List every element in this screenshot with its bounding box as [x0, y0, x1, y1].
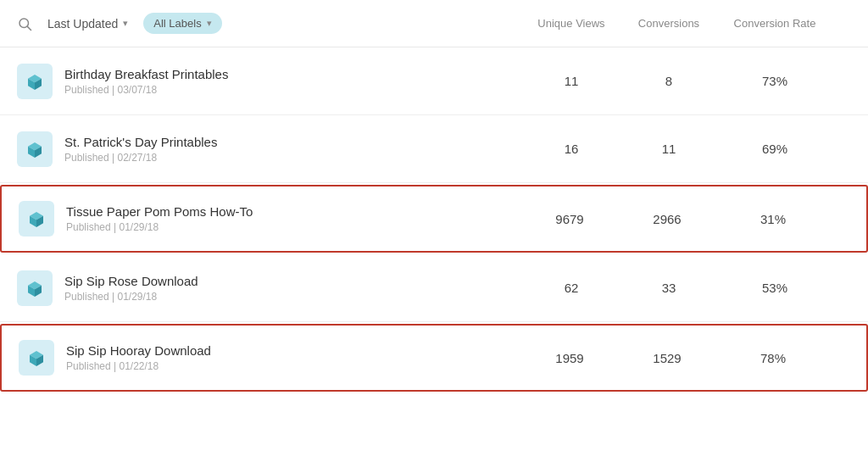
last-updated-label: Last Updated [47, 17, 118, 31]
row-right: 1959 1529 78% [519, 351, 849, 365]
cell-unique-views: 1959 [519, 351, 620, 365]
item-info: Sip Sip Rose Download Published | 01/29/… [64, 274, 198, 303]
cell-conversion-rate: 53% [715, 281, 834, 295]
chevron-down-icon: ▾ [123, 18, 128, 29]
svg-line-1 [27, 26, 31, 30]
cell-unique-views: 11 [520, 74, 622, 88]
list-item[interactable]: Tissue Paper Pom Poms How-To Published |… [0, 185, 868, 253]
cell-conversion-rate: 78% [714, 351, 832, 365]
content-list: Birthday Breakfast Printables Published … [0, 47, 868, 392]
column-header-unique-views: Unique Views [520, 17, 622, 30]
cell-conversions: 2966 [620, 212, 714, 226]
row-right: 9679 2966 31% [519, 212, 849, 226]
row-right: 16 11 69% [520, 142, 851, 156]
item-meta: Published | 02/27/18 [64, 152, 217, 164]
all-labels-label: All Labels [153, 17, 201, 30]
toolbar: Last Updated ▾ All Labels ▾ Unique Views… [0, 0, 868, 47]
item-icon [17, 131, 53, 167]
row-left: Tissue Paper Pom Poms How-To Published |… [19, 201, 519, 237]
list-item[interactable]: Sip Sip Hooray Download Published | 01/2… [0, 324, 868, 392]
item-meta: Published | 01/22/18 [66, 360, 211, 372]
item-icon [17, 64, 53, 99]
row-left: Sip Sip Hooray Download Published | 01/2… [19, 340, 519, 376]
item-info: Birthday Breakfast Printables Published … [64, 67, 228, 96]
cell-conversions: 33 [622, 281, 715, 295]
column-header-conversion-rate: Conversion Rate [715, 17, 834, 30]
row-right: 62 33 53% [520, 281, 851, 295]
column-header-conversions: Conversions [622, 17, 715, 30]
row-left: Birthday Breakfast Printables Published … [17, 64, 520, 99]
item-title: St. Patrick's Day Printables [64, 135, 217, 149]
search-button[interactable] [17, 16, 32, 31]
cell-conversion-rate: 31% [714, 212, 832, 226]
row-left: St. Patrick's Day Printables Published |… [17, 131, 520, 167]
cell-conversion-rate: 73% [715, 74, 834, 88]
item-info: Sip Sip Hooray Download Published | 01/2… [66, 343, 211, 372]
cell-unique-views: 9679 [519, 212, 620, 226]
item-info: Tissue Paper Pom Poms How-To Published |… [66, 204, 253, 233]
cell-conversions: 1529 [620, 351, 714, 365]
cell-conversions: 8 [622, 74, 715, 88]
list-item[interactable]: Birthday Breakfast Printables Published … [0, 47, 868, 115]
item-icon [19, 201, 54, 237]
last-updated-filter[interactable]: Last Updated ▾ [42, 14, 133, 34]
cell-conversions: 11 [622, 142, 715, 156]
list-item[interactable]: Sip Sip Rose Download Published | 01/29/… [0, 254, 868, 322]
toolbar-right: Unique Views Conversions Conversion Rate [520, 17, 851, 30]
cell-unique-views: 16 [520, 142, 622, 156]
item-title: Birthday Breakfast Printables [64, 67, 228, 81]
all-labels-filter[interactable]: All Labels ▾ [143, 13, 221, 34]
item-icon [19, 340, 54, 376]
chevron-down-icon-labels: ▾ [207, 18, 212, 29]
toolbar-left: Last Updated ▾ All Labels ▾ [17, 13, 520, 34]
cell-conversion-rate: 69% [715, 142, 834, 156]
row-right: 11 8 73% [520, 74, 851, 88]
list-item[interactable]: St. Patrick's Day Printables Published |… [0, 115, 868, 183]
item-icon [17, 270, 53, 306]
item-title: Sip Sip Hooray Download [66, 343, 211, 358]
row-left: Sip Sip Rose Download Published | 01/29/… [17, 270, 520, 306]
item-title: Tissue Paper Pom Poms How-To [66, 204, 253, 219]
item-meta: Published | 01/29/18 [66, 221, 253, 233]
cell-unique-views: 62 [520, 281, 622, 295]
item-info: St. Patrick's Day Printables Published |… [64, 135, 217, 164]
item-meta: Published | 01/29/18 [64, 291, 198, 303]
item-title: Sip Sip Rose Download [64, 274, 198, 288]
item-meta: Published | 03/07/18 [64, 84, 228, 96]
